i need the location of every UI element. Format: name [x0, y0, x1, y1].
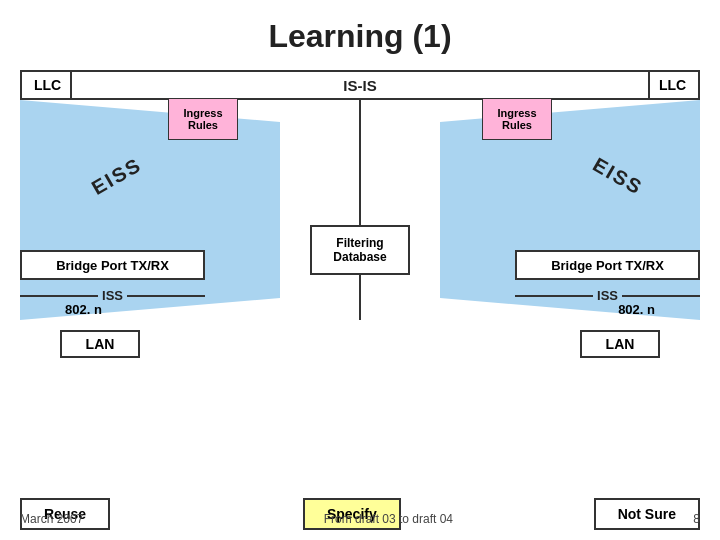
page: Learning (1) LLC IS-IS LLC Ingress Rules…	[0, 0, 720, 540]
iss-right: ISS	[515, 288, 700, 303]
filtering-database: Filtering Database	[310, 225, 410, 275]
iss-left: ISS	[20, 288, 205, 303]
dot802-right: 802. n	[618, 302, 655, 317]
llc-right-label: LLC	[645, 70, 700, 100]
isis-bar: IS-IS	[70, 70, 650, 100]
ingress-rules-right: Ingress Rules	[482, 98, 552, 140]
bridge-port-right: Bridge Port TX/RX	[515, 250, 700, 280]
bridge-port-left: Bridge Port TX/RX	[20, 250, 205, 280]
lan-right: LAN	[580, 330, 660, 358]
dot802-left: 802. n	[65, 302, 102, 317]
trapezoid-left	[20, 100, 280, 320]
page-title: Learning (1)	[0, 0, 720, 65]
llc-left-label: LLC	[20, 70, 75, 100]
footer-date: March 2007	[20, 512, 83, 526]
iss-line-right2	[622, 295, 700, 297]
footer: March 2007 From draft 03 to draft 04 8	[0, 512, 720, 526]
iss-line-left1	[20, 295, 98, 297]
footer-source: From draft 03 to draft 04	[324, 512, 453, 526]
iss-right-label: ISS	[597, 288, 618, 303]
iss-left-label: ISS	[102, 288, 123, 303]
footer-page: 8	[693, 512, 700, 526]
iss-line-right1	[515, 295, 593, 297]
center-line	[359, 100, 361, 320]
main-area: LLC IS-IS LLC Ingress Rules Ingress Rule…	[20, 70, 700, 480]
lan-left: LAN	[60, 330, 140, 358]
iss-line-left2	[127, 295, 205, 297]
ingress-rules-left: Ingress Rules	[168, 98, 238, 140]
trapezoid-right	[440, 100, 700, 320]
